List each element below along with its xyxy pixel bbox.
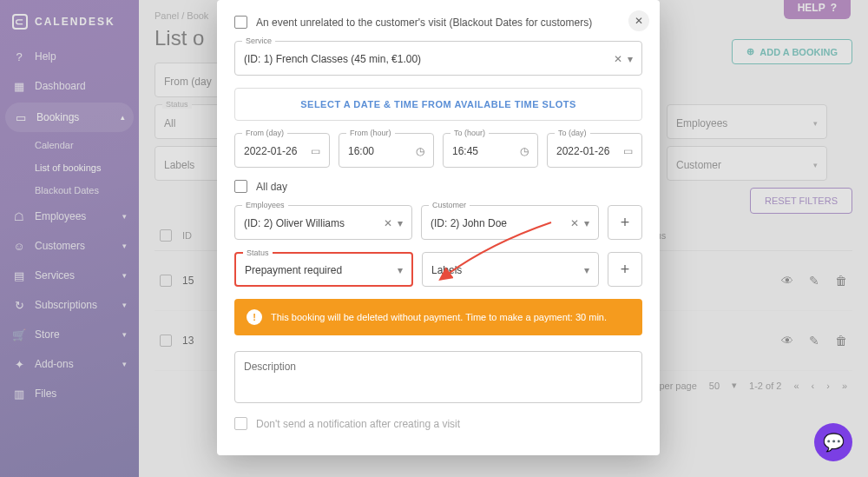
chat-icon: 💬 xyxy=(823,432,845,453)
chevron-down-icon: ▾ xyxy=(122,212,127,221)
delete-icon[interactable]: 🗑 xyxy=(835,334,847,348)
next-page-icon[interactable]: › xyxy=(826,381,830,391)
chevron-down-icon: ▾ xyxy=(122,330,127,339)
services-icon: ▤ xyxy=(12,268,26,282)
chevron-down-icon: ▾ xyxy=(122,271,127,280)
labels-field[interactable]: Labels▾ xyxy=(422,252,599,287)
logo-icon: ⊂ xyxy=(12,14,28,30)
select-all-checkbox[interactable] xyxy=(160,229,172,242)
chevron-down-icon: ▾ xyxy=(398,264,403,276)
select-slot-button[interactable]: SELECT A DATE & TIME FROM AVAILABLE TIME… xyxy=(234,88,642,121)
subscriptions-icon: ↻ xyxy=(12,298,26,312)
description-field[interactable] xyxy=(234,351,642,403)
prev-page-icon[interactable]: ‹ xyxy=(812,381,815,391)
to-day-field[interactable]: To (day)2022-01-26▭ xyxy=(547,133,642,168)
clear-icon[interactable]: ✕ xyxy=(384,217,392,229)
edit-icon[interactable]: ✎ xyxy=(809,274,819,288)
reset-filters-button[interactable]: RESET FILTERS xyxy=(750,188,852,214)
close-button[interactable]: ✕ xyxy=(628,10,649,31)
addons-icon: ✦ xyxy=(12,357,26,371)
nav-customers[interactable]: ☺Customers▾ xyxy=(0,231,139,261)
add-label-button[interactable]: + xyxy=(608,252,642,287)
first-page-icon[interactable]: « xyxy=(793,381,799,391)
from-day-field[interactable]: From (day)2022-01-26▭ xyxy=(234,133,330,168)
filter-employees[interactable]: Employees▾ xyxy=(667,104,827,139)
clear-icon[interactable]: ✕ xyxy=(614,53,622,65)
clock-icon: ◷ xyxy=(520,145,529,157)
help-icon: ? xyxy=(12,50,26,63)
checkbox[interactable] xyxy=(234,16,247,29)
checkbox[interactable] xyxy=(234,417,247,430)
app-logo: ⊂ CALENDESK xyxy=(0,9,139,42)
edit-icon[interactable]: ✎ xyxy=(809,334,819,348)
filter-customer[interactable]: Customer▾ xyxy=(667,146,827,181)
chevron-down-icon: ▾ xyxy=(122,242,127,250)
chevron-down-icon: ▾ xyxy=(732,380,737,391)
chevron-down-icon: ▾ xyxy=(122,360,127,368)
to-hour-field[interactable]: To (hour)16:45◷ xyxy=(443,133,538,168)
employees-icon: ☖ xyxy=(12,209,26,223)
calendar-icon: ▭ xyxy=(14,110,28,124)
row-checkbox[interactable] xyxy=(160,275,172,287)
calendar-icon: ▭ xyxy=(623,145,633,157)
chevron-down-icon: ▾ xyxy=(584,264,589,276)
nav-calendar[interactable]: Calendar xyxy=(0,134,139,156)
help-icon: ? xyxy=(831,2,837,14)
delete-icon[interactable]: 🗑 xyxy=(835,274,847,288)
employees-field[interactable]: Employees(ID: 2) Oliver Williams✕▾ xyxy=(234,205,412,240)
clear-icon[interactable]: ✕ xyxy=(570,217,579,229)
view-icon[interactable]: 👁 xyxy=(781,334,793,348)
status-field[interactable]: StatusPrepayment required▾ xyxy=(234,252,413,287)
dashboard-icon: ▦ xyxy=(12,79,26,93)
app-name: CALENDESK xyxy=(35,16,115,28)
warning-banner: !This booking will be deleted without pa… xyxy=(234,299,642,335)
row-checkbox[interactable] xyxy=(160,335,172,347)
warning-icon: ! xyxy=(247,309,262,325)
add-customer-button[interactable]: + xyxy=(608,205,642,240)
chevron-down-icon: ▾ xyxy=(584,217,589,229)
customer-field[interactable]: Customer(ID: 2) John Doe✕▾ xyxy=(421,205,599,240)
clock-icon: ◷ xyxy=(416,145,424,157)
chat-button[interactable]: 💬 xyxy=(814,423,852,461)
customers-icon: ☺ xyxy=(12,239,26,253)
all-day-checkbox-row[interactable]: All day xyxy=(234,180,642,193)
nav-list-of-bookings[interactable]: List of bookings xyxy=(0,156,139,179)
chevron-down-icon: ▾ xyxy=(398,217,403,229)
nav-subscriptions[interactable]: ↻Subscriptions▾ xyxy=(0,290,139,320)
booking-modal: ✕ An event unrelated to the customer's v… xyxy=(217,0,660,455)
blackout-checkbox-row[interactable]: An event unrelated to the customer's vis… xyxy=(234,16,642,29)
chevron-down-icon: ▾ xyxy=(628,53,633,65)
chevron-down-icon: ▾ xyxy=(813,119,818,128)
nav-addons[interactable]: ✦Add-ons▾ xyxy=(0,349,139,379)
nav-blackout-dates[interactable]: Blackout Dates xyxy=(0,179,139,202)
checkbox[interactable] xyxy=(234,180,247,193)
chevron-down-icon: ▾ xyxy=(813,161,818,169)
chevron-down-icon: ▾ xyxy=(122,301,127,309)
nav-help[interactable]: ?Help xyxy=(0,42,139,71)
files-icon: ▥ xyxy=(12,387,26,401)
sidebar: ⊂ CALENDESK ?Help ▦Dashboard ▭Bookings▴ … xyxy=(0,0,139,477)
help-button[interactable]: HELP? xyxy=(784,0,851,19)
last-page-icon[interactable]: » xyxy=(842,381,847,391)
service-field[interactable]: Service(ID: 1) French Classes (45 min, €… xyxy=(234,41,642,76)
no-notification-checkbox-row[interactable]: Don't send a notification after creating… xyxy=(234,417,642,430)
nav-store[interactable]: 🛒Store▾ xyxy=(0,320,139,349)
plus-icon: ⊕ xyxy=(746,46,754,57)
calendar-icon: ▭ xyxy=(311,145,320,157)
nav-files[interactable]: ▥Files xyxy=(0,379,139,408)
view-icon[interactable]: 👁 xyxy=(781,274,793,288)
nav-employees[interactable]: ☖Employees▾ xyxy=(0,202,139,231)
nav-dashboard[interactable]: ▦Dashboard xyxy=(0,71,139,101)
add-booking-button[interactable]: ⊕ADD A BOOKING xyxy=(732,39,852,64)
chevron-up-icon: ▴ xyxy=(121,113,125,122)
nav-services[interactable]: ▤Services▾ xyxy=(0,261,139,290)
from-hour-field[interactable]: From (hour)16:00◷ xyxy=(339,133,434,168)
store-icon: 🛒 xyxy=(12,328,26,341)
nav-bookings[interactable]: ▭Bookings▴ xyxy=(5,103,134,132)
